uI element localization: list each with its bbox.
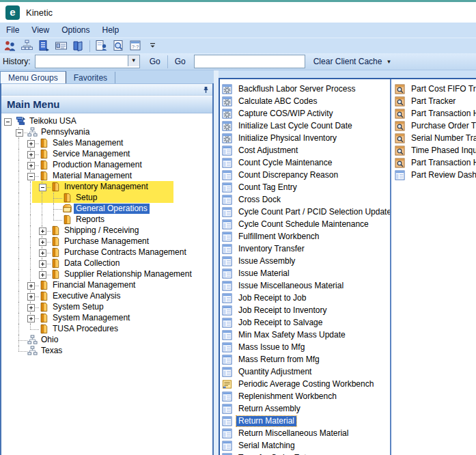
menu-item-return-assembly[interactable]: Return Assembly: [220, 402, 391, 415]
tree-node-material-management[interactable]: Material Management: [1, 171, 212, 182]
tree-node-ohio[interactable]: Ohio: [1, 335, 212, 346]
collapse-toggle[interactable]: [39, 184, 46, 191]
tree-node-purchase-management[interactable]: Purchase Management: [1, 236, 212, 247]
menu-item-backflush-labor-server-process[interactable]: Backflush Labor Server Process: [220, 83, 391, 95]
menu-item-fulfillment-workbench[interactable]: Fulfillment Workbench: [220, 230, 391, 243]
expand-toggle[interactable]: [39, 249, 46, 257]
expand-toggle[interactable]: [39, 271, 46, 279]
menu-item-replenishment-workbench[interactable]: Replenishment Workbench: [220, 390, 391, 402]
expand-toggle[interactable]: [27, 151, 35, 158]
data-sources-icon[interactable]: [70, 39, 87, 53]
auto-hide-pin-icon[interactable]: [202, 86, 210, 96]
menu-item-issue-material[interactable]: Issue Material: [220, 267, 391, 279]
menu-item-cycle-count-schedule-maintenance[interactable]: Cycle Count Schedule Maintenance: [220, 218, 391, 230]
menu-item-job-receipt-to-salvage[interactable]: Job Receipt to Salvage: [220, 316, 391, 329]
menu-item-initialize-physical-inventory[interactable]: Initialize Physical Inventory: [220, 132, 391, 144]
menu-item-part-tracker[interactable]: Part Tracker: [393, 95, 476, 107]
menu-item-cost-adjustment[interactable]: Cost Adjustment: [220, 144, 391, 156]
menu-item-initialize-last-cycle-count-date[interactable]: Initialize Last Cycle Count Date: [220, 120, 391, 132]
history-combobox[interactable]: ▼: [35, 55, 140, 68]
tree-node-pennsylvania[interactable]: Pennsylvania: [1, 127, 212, 138]
tree-node-system-management[interactable]: System Management: [1, 313, 212, 324]
tree-node-data-collection[interactable]: Data Collection: [1, 258, 212, 269]
hierarchy-icon[interactable]: [18, 39, 36, 53]
menu-item-part-transaction-history-tracker[interactable]: Part Transaction History Tracker: [393, 156, 476, 169]
tree-node-texas[interactable]: Texas: [1, 346, 212, 357]
menu-item-part-transaction-history-tracker[interactable]: Part Transaction History Tracker: [393, 107, 476, 120]
tree-node-supplier-relationship-management[interactable]: Supplier Relationship Management: [1, 269, 212, 280]
collapse-toggle[interactable]: [27, 173, 35, 180]
expand-toggle[interactable]: [39, 238, 46, 246]
panel-splitter[interactable]: [214, 70, 219, 455]
menu-help[interactable]: Help: [96, 25, 126, 35]
id-card-icon[interactable]: [53, 39, 70, 53]
menu-item-transfer-order-entry[interactable]: Transfer Order Entry: [220, 452, 391, 455]
company-list-icon[interactable]: [36, 39, 53, 53]
menu-item-issue-miscellaneous-material[interactable]: Issue Miscellaneous Material: [220, 279, 391, 292]
menu-item-calculate-abc-codes[interactable]: Calculate ABC Codes: [220, 95, 391, 107]
menu-item-return-miscellaneous-material[interactable]: Return Miscellaneous Material: [220, 427, 391, 439]
expand-toggle[interactable]: [27, 293, 35, 301]
clear-cache-dropdown-icon[interactable]: ▼: [386, 59, 391, 65]
menu-item-count-cycle-maintenance[interactable]: Count Cycle Maintenance: [220, 156, 391, 169]
search-document-icon[interactable]: [110, 39, 127, 53]
tree-node-shipping-receiving[interactable]: Shipping / Receiving: [1, 225, 212, 236]
collapse-toggle[interactable]: [16, 129, 23, 137]
expand-toggle[interactable]: [27, 304, 35, 312]
tree-node-system-setup[interactable]: System Setup: [1, 302, 212, 313]
menu-item-quantity-adjustment[interactable]: Quantity Adjustment: [220, 366, 391, 378]
tree-node-financial-management[interactable]: Financial Management: [1, 280, 212, 291]
menu-item-mass-return-from-mfg[interactable]: Mass Return from Mfg: [220, 353, 391, 366]
quick-search-input[interactable]: [194, 55, 305, 68]
system-monitor-icon[interactable]: ?·?: [127, 39, 144, 53]
menu-item-cycle-count-part-pcid-selection-update[interactable]: Cycle Count Part / PCID Selection Update: [220, 206, 391, 218]
clear-client-cache-button[interactable]: Clear Client Cache: [313, 57, 382, 66]
tree-node-service-management[interactable]: Service Management: [1, 149, 212, 160]
tab-menu-groups[interactable]: Menu Groups: [0, 71, 66, 83]
menu-item-part-review-dashboard[interactable]: Part Review Dashboard: [393, 169, 476, 181]
tab-favorites[interactable]: Favorites: [66, 72, 115, 83]
users-icon[interactable]: [1, 39, 18, 53]
menu-item-min-max-safety-mass-update[interactable]: Min Max Safety Mass Update: [220, 329, 391, 341]
menu-item-purchase-order-tracker[interactable]: Purchase Order Tracker: [393, 120, 476, 132]
expand-toggle[interactable]: [39, 228, 46, 235]
tree-node-purchase-contracts-management[interactable]: Purchase Contracts Management: [1, 247, 212, 258]
menu-item-mass-issue-to-mfg[interactable]: Mass Issue to Mfg: [220, 341, 391, 353]
menu-item-inventory-transfer[interactable]: Inventory Transfer: [220, 243, 391, 255]
menu-file[interactable]: File: [0, 25, 25, 35]
menu-item-serial-matching[interactable]: Serial Matching: [220, 439, 391, 452]
collapse-toggle[interactable]: [4, 118, 12, 126]
combo-dropdown-icon[interactable]: ▼: [128, 55, 139, 66]
tree-node-general-operations[interactable]: General Operations: [1, 204, 212, 215]
menu-item-count-tag-entry[interactable]: Count Tag Entry: [220, 181, 391, 193]
tree-node-sales-management[interactable]: Sales Management: [1, 138, 212, 149]
menu-item-time-phased-inquiry[interactable]: Time Phased Inquiry: [393, 144, 476, 156]
expand-toggle[interactable]: [27, 140, 35, 148]
menu-item-count-discrepancy-reason[interactable]: Count Discrepancy Reason: [220, 169, 391, 181]
menu-item-cross-dock[interactable]: Cross Dock: [220, 193, 391, 206]
menu-view[interactable]: View: [25, 25, 55, 35]
menu-options[interactable]: Options: [55, 25, 96, 35]
tree-node-tusa-procedures[interactable]: TUSA Procedures: [1, 324, 212, 335]
expand-toggle[interactable]: [27, 162, 35, 169]
menu-item-job-receipt-to-inventory[interactable]: Job Receipt to Inventory: [220, 304, 391, 316]
menu-item-return-material[interactable]: Return Material: [220, 415, 391, 427]
tree-node-executive-analysis[interactable]: Executive Analysis: [1, 291, 212, 302]
tree-node-teikoku-usa[interactable]: Teikoku USA: [1, 116, 212, 127]
user-form-icon[interactable]: [93, 39, 110, 53]
menu-item-job-receipt-to-job[interactable]: Job Receipt to Job: [220, 292, 391, 304]
tree-node-setup[interactable]: Setup: [1, 193, 212, 204]
go-button[interactable]: Go: [144, 57, 166, 66]
menu-item-part-cost-fifo-tracker[interactable]: Part Cost FIFO Tracker: [393, 83, 476, 95]
expand-toggle[interactable]: [27, 282, 35, 290]
tree-node-production-management[interactable]: Production Management: [1, 160, 212, 171]
expand-toggle[interactable]: [27, 315, 35, 322]
overflow-icon[interactable]: [144, 39, 161, 53]
menu-item-periodic-average-costing-workbench[interactable]: Periodic Average Costing Workbench: [220, 378, 391, 390]
expand-toggle[interactable]: [39, 260, 46, 268]
go-button-2[interactable]: Go: [169, 57, 191, 66]
menu-item-capture-cos-wip-activity[interactable]: Capture COS/WIP Activity: [220, 107, 391, 120]
menu-item-serial-number-tracker[interactable]: Serial Number Tracker: [393, 132, 476, 144]
menu-item-issue-assembly[interactable]: Issue Assembly: [220, 255, 391, 267]
tree-node-reports[interactable]: Reports: [1, 215, 212, 225]
